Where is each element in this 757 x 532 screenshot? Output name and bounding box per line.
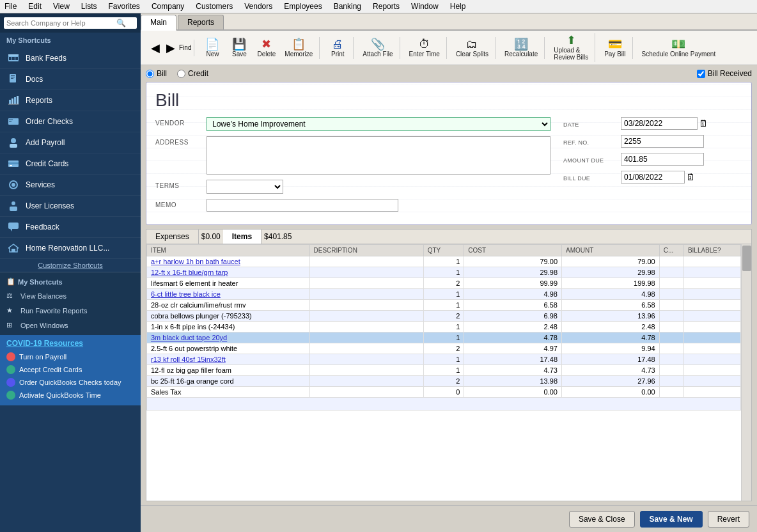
table-row[interactable]: a+r harlow 1h bn bath faucet 1 79.00 79.… <box>147 256 741 267</box>
upload-review-button[interactable]: ⬆ Upload &Review Bills <box>550 33 592 62</box>
delete-button[interactable]: ✖ Delete <box>253 37 279 59</box>
menu-lists[interactable]: Lists <box>79 1 99 12</box>
sidebar-item-credit-cards[interactable]: Credit Cards <box>0 153 141 175</box>
sidebar-item-bank-feeds[interactable]: Bank Feeds <box>0 48 141 69</box>
menu-vendors[interactable]: Vendors <box>242 1 274 12</box>
cell-description[interactable] <box>309 387 423 398</box>
cell-description[interactable] <box>309 354 423 365</box>
memorize-button[interactable]: 📋 Memorize <box>281 37 316 59</box>
bill-due-input[interactable] <box>621 171 685 184</box>
ref-no-input[interactable] <box>621 135 704 148</box>
tab-main[interactable]: Main <box>141 15 176 31</box>
sidebar-bottom-open-windows[interactable]: ⊞ Open Windows <box>0 318 141 332</box>
bill-due-calendar-icon[interactable]: 🗓 <box>686 172 695 182</box>
menu-banking[interactable]: Banking <box>332 1 363 12</box>
radio-credit-label[interactable]: Credit <box>177 69 208 78</box>
table-row[interactable]: 6-ct little tree black ice 1 4.98 4.98 <box>147 289 741 300</box>
recalculate-button[interactable]: 🔢 Recalculate <box>501 37 542 59</box>
menu-favorites[interactable]: Favorites <box>107 1 142 12</box>
sidebar-item-reports[interactable]: Reports <box>0 90 141 111</box>
cell-description[interactable] <box>309 332 423 343</box>
sidebar-bottom-run-reports[interactable]: ★ Run Favorite Reports <box>0 303 141 318</box>
vendor-select[interactable]: Lowe's Home Improvement <box>207 117 550 131</box>
covid-item-payroll[interactable]: Turn on Payroll <box>6 350 134 363</box>
search-input[interactable] <box>6 19 116 27</box>
menu-company[interactable]: Company <box>150 1 186 12</box>
schedule-online-button[interactable]: 💵 Schedule Online Payment <box>638 37 720 59</box>
save-button[interactable]: 💾 Save <box>226 37 252 59</box>
item-link[interactable]: a+r harlow 1h bn bath faucet <box>151 258 240 265</box>
cell-description[interactable] <box>309 278 423 289</box>
table-row[interactable]: Sales Tax 0 0.00 0.00 <box>147 387 741 398</box>
cell-description[interactable] <box>309 300 423 311</box>
save-close-button[interactable]: Save & Close <box>569 511 635 528</box>
sidebar-item-feedback[interactable]: Feedback <box>0 217 141 238</box>
save-new-button[interactable]: Save & New <box>640 511 703 528</box>
amount-due-input[interactable] <box>621 153 704 166</box>
print-button[interactable]: 🖨 Print <box>325 37 350 59</box>
item-link[interactable]: 6-ct little tree black ice <box>151 290 221 298</box>
scrollbar[interactable] <box>741 244 751 501</box>
back-button[interactable]: ◀ <box>148 40 162 56</box>
table-row[interactable]: bc 25-ft 16-ga orange cord 2 13.98 27.96 <box>147 376 741 387</box>
menu-help[interactable]: Help <box>448 1 468 12</box>
menu-employees[interactable]: Employees <box>282 1 324 12</box>
menu-file[interactable]: File <box>3 1 19 12</box>
cell-description[interactable] <box>309 289 423 300</box>
cell-description[interactable] <box>309 256 423 267</box>
item-link[interactable]: 12-ft x 16-ft blue/grn tarp <box>151 269 228 276</box>
covid-title[interactable]: COVID-19 Resources <box>6 339 134 348</box>
table-row[interactable]: 3m black duct tape 20yd 1 4.78 4.78 <box>147 332 741 343</box>
table-row[interactable]: r13 kf roll 40sf 15inx32ft 1 17.48 17.48 <box>147 354 741 365</box>
memo-input[interactable] <box>207 199 398 212</box>
table-row[interactable]: lifesmart 6 element ir heater 2 99.99 19… <box>147 278 741 289</box>
collapse-icon[interactable]: ◀ <box>129 19 134 27</box>
menu-view[interactable]: View <box>51 1 72 12</box>
table-scroll[interactable]: ITEM DESCRIPTION QTY COST AMOUNT C... BI… <box>146 244 741 501</box>
sidebar-item-docs[interactable]: Docs <box>0 69 141 90</box>
menu-edit[interactable]: Edit <box>26 1 43 12</box>
terms-select[interactable] <box>207 180 283 194</box>
sidebar-bottom-view-balances[interactable]: ⚖ View Balances <box>0 288 141 303</box>
item-link[interactable]: 3m black duct tape 20yd <box>151 334 227 341</box>
cell-description[interactable] <box>309 365 423 376</box>
sidebar-item-add-payroll[interactable]: Add Payroll <box>0 132 141 153</box>
sidebar-item-services[interactable]: Services <box>0 175 141 196</box>
cell-description[interactable] <box>309 267 423 278</box>
pay-bill-button[interactable]: 💳 Pay Bill <box>600 37 629 59</box>
search-icon[interactable]: 🔍 <box>116 19 126 27</box>
sidebar-item-order-checks[interactable]: Order Checks <box>0 111 141 132</box>
menu-window[interactable]: Window <box>409 1 441 12</box>
date-calendar-icon[interactable]: 🗓 <box>699 118 708 129</box>
menu-reports[interactable]: Reports <box>371 1 402 12</box>
date-input[interactable] <box>621 117 698 130</box>
table-row[interactable]: 12-fl oz big gap filler foam 1 4.73 4.73 <box>147 365 741 376</box>
tab-items[interactable]: Items <box>223 230 261 244</box>
table-row[interactable]: 28-oz clr calcium/lime/rust rmv 1 6.58 6… <box>147 300 741 311</box>
cell-description[interactable] <box>309 311 423 322</box>
covid-item-order-checks[interactable]: Order QuickBooks Checks today <box>6 376 134 389</box>
radio-credit[interactable] <box>177 70 185 78</box>
table-row-empty[interactable] <box>147 398 741 411</box>
clear-splits-button[interactable]: 🗂 Clear Splits <box>452 37 492 59</box>
customize-shortcuts-link[interactable]: Customize Shortcuts <box>0 259 141 272</box>
menu-customers[interactable]: Customers <box>194 1 235 12</box>
cell-description[interactable] <box>309 343 423 354</box>
bill-received-checkbox[interactable] <box>697 70 705 78</box>
radio-bill-label[interactable]: Bill <box>146 69 167 78</box>
forward-button[interactable]: ▶ <box>164 40 178 56</box>
address-input[interactable] <box>207 136 550 175</box>
revert-button[interactable]: Revert <box>708 511 749 528</box>
attach-file-button[interactable]: 📎 Attach File <box>359 37 396 59</box>
tab-expenses[interactable]: Expenses <box>146 230 199 244</box>
table-row[interactable]: 1-in x 6-ft pipe ins (-24434) 1 2.48 2.4… <box>147 322 741 332</box>
table-row[interactable]: 2.5-ft 6 out powerstrip white 2 4.97 9.9… <box>147 343 741 354</box>
covid-item-credit-cards[interactable]: Accept Credit Cards <box>6 363 134 376</box>
radio-bill[interactable] <box>146 70 154 78</box>
sidebar-item-home-renovation[interactable]: Home Renovation LLC... <box>0 238 141 259</box>
sidebar-item-user-licenses[interactable]: User Licenses <box>0 196 141 217</box>
cell-description[interactable] <box>309 376 423 387</box>
covid-item-activate-time[interactable]: Activate QuickBooks Time <box>6 389 134 402</box>
table-row[interactable]: cobra bellows plunger (-795233) 2 6.98 1… <box>147 311 741 322</box>
find-button[interactable]: Find <box>179 44 191 51</box>
